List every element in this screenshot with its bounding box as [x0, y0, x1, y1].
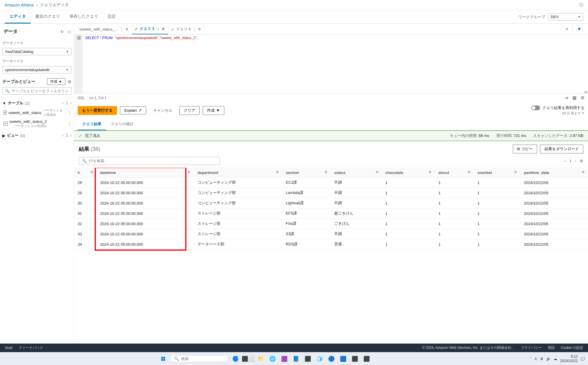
- col-idx[interactable]: #▽: [74, 168, 96, 178]
- clear-button[interactable]: クリア: [179, 106, 200, 115]
- feedback-link[interactable]: フィードバック: [19, 345, 43, 350]
- close-icon[interactable]: ✕: [162, 27, 165, 31]
- more-icon[interactable]: ⋮: [68, 122, 71, 126]
- tables-tree-header[interactable]: ▼ テーブル (2) ‹ 1 ›: [2, 99, 71, 107]
- start-button[interactable]: [159, 355, 167, 363]
- next-icon[interactable]: ›: [70, 133, 71, 138]
- expand-icon[interactable]: +: [4, 110, 6, 115]
- col-donut[interactable]: donut▽: [435, 168, 474, 178]
- gear-icon[interactable]: ⚙: [581, 95, 584, 101]
- more-icon[interactable]: ⋮: [68, 110, 71, 115]
- terms-link[interactable]: 用語: [548, 345, 555, 350]
- next-page-icon[interactable]: ›: [575, 159, 576, 163]
- download-button[interactable]: 結果をダウンロード: [540, 145, 583, 153]
- taskbar-edge-icon[interactable]: 🔵: [327, 354, 336, 364]
- prev-icon[interactable]: ‹: [62, 133, 64, 138]
- taskbar-app2-icon[interactable]: 🧊: [315, 354, 324, 364]
- tray-ime-icon[interactable]: A: [534, 357, 537, 361]
- table-item[interactable]: + sweets_with_status_2 パーティション化済み ⋮: [2, 118, 71, 129]
- query-tab-1[interactable]: sweets_with_status_... ⋮ ✕: [76, 25, 132, 34]
- taskbar-app3-icon[interactable]: ⬛: [350, 354, 360, 364]
- indent-icon[interactable]: ⇥: [564, 95, 568, 101]
- tray-chevron-icon[interactable]: ˄: [530, 357, 532, 361]
- filter-input[interactable]: 🔍: [2, 87, 71, 95]
- database-select[interactable]: spiceincrementalupdatedb ▼: [2, 66, 71, 73]
- results-tab[interactable]: クエリ結果: [78, 118, 106, 130]
- expand-icon[interactable]: +: [4, 122, 8, 126]
- gear-icon[interactable]: ⚙: [580, 159, 583, 163]
- tray-network-icon[interactable]: 🖥: [540, 357, 543, 361]
- query-tab-3[interactable]: ✓ クエリ 3 ⋮ ✕: [132, 24, 168, 34]
- filter-field[interactable]: [11, 89, 69, 93]
- taskbar-search[interactable]: 🔍 🟦: [170, 355, 228, 362]
- create-button[interactable]: 作成 ▼: [203, 106, 224, 115]
- cookie-link[interactable]: Cookie の設定: [561, 345, 583, 350]
- workgroup-select[interactable]: DEV ▼: [548, 13, 583, 21]
- table-row[interactable]: 282024-10-22 05:00:00.000コンピューティング部EC2課不…: [74, 178, 588, 188]
- col-chocolate[interactable]: chocolate▽: [382, 168, 435, 178]
- tray-volume-icon[interactable]: 🔊: [546, 357, 551, 361]
- resize-handle[interactable]: ◢: [584, 89, 587, 93]
- table-row[interactable]: 332024-10-22 05:00:00.000ストレージ部S3課不調1112…: [74, 229, 588, 239]
- table-row[interactable]: 342024-10-22 05:00:00.000データベース部RDS課普通11…: [74, 239, 588, 250]
- taskbar-github-icon[interactable]: ⬛: [362, 354, 371, 364]
- tab-settings[interactable]: 設定: [103, 10, 121, 24]
- taskbar-clock[interactable]: 6:12 2024/10/22: [560, 354, 578, 363]
- taskbar-vscode-icon[interactable]: 🟦: [338, 354, 348, 364]
- create-button[interactable]: 作成▼: [47, 78, 65, 85]
- taskbar-word-icon[interactable]: 📘: [291, 354, 301, 364]
- cancel-button[interactable]: キャンセル: [149, 106, 176, 115]
- table-row[interactable]: 292024-10-22 05:00:00.000コンピューティング部Lambd…: [74, 188, 588, 198]
- col-datetime[interactable]: datetime▼: [96, 168, 194, 178]
- close-icon[interactable]: ✕: [125, 27, 128, 31]
- tab-menu-icon[interactable]: ⋮: [156, 27, 160, 31]
- table-item[interactable]: + sweets_with_status パーティション化済み ⋮: [2, 107, 71, 118]
- edit-icon[interactable]: ✎: [582, 111, 584, 115]
- close-icon[interactable]: ✕: [198, 27, 201, 31]
- views-tree-header[interactable]: ▶ ビュー (0) ‹ 1 ›: [2, 132, 71, 139]
- privacy-link[interactable]: プライバシー: [521, 345, 542, 350]
- tab-dropdown-button[interactable]: ▼: [574, 25, 584, 34]
- add-tab-button[interactable]: +: [563, 25, 571, 34]
- run-button[interactable]: もう一度実行する: [78, 106, 117, 115]
- taskbar-task-view-icon[interactable]: ⬛⬜: [243, 354, 254, 364]
- tab-editor[interactable]: エディタ: [5, 10, 31, 24]
- table-row[interactable]: 322024-10-22 05:00:00.000ストレージ部FSx課ごきげん1…: [74, 219, 588, 229]
- col-section[interactable]: section▽: [282, 168, 331, 178]
- sql-code[interactable]: SELECT * FROM "spiceincrementalupdatedb"…: [83, 35, 200, 93]
- datasource-select[interactable]: AwsDataCatalog ▼: [2, 48, 71, 55]
- taskbar-terminal-icon[interactable]: ⬛: [303, 354, 313, 364]
- gear-icon[interactable]: ⚙: [68, 79, 71, 84]
- tab-saved[interactable]: 保存したクエリ: [65, 10, 103, 24]
- taskbar-explorer-icon[interactable]: 📁: [256, 354, 265, 364]
- info-icon[interactable]: ⓘ: [579, 2, 583, 8]
- reuse-toggle[interactable]: [531, 106, 540, 110]
- col-osenbei[interactable]: osenbei▽: [474, 168, 520, 178]
- tray-cloud-icon[interactable]: ☁: [554, 357, 557, 361]
- cloudshell-link[interactable]: Shell: [5, 346, 13, 350]
- breadcrumb-service[interactable]: Amazon Athena: [5, 3, 34, 7]
- code-editor[interactable]: 1 SELECT * FROM "spiceincrementalupdated…: [74, 35, 588, 93]
- next-icon[interactable]: ›: [70, 101, 71, 105]
- taskbar-copilot-icon[interactable]: 🌀: [231, 354, 240, 364]
- stats-tab[interactable]: クエリの統計: [106, 118, 138, 130]
- results-search-input[interactable]: [89, 159, 217, 163]
- col-department[interactable]: department▽: [194, 168, 282, 178]
- taskbar-search-input[interactable]: [181, 356, 230, 361]
- table-row[interactable]: 312024-10-22 05:00:00.000ストレージ部EFS課超ごきげん…: [74, 208, 588, 219]
- tab-menu-icon[interactable]: ⋮: [192, 27, 196, 31]
- results-search[interactable]: 🔍: [79, 157, 220, 165]
- refresh-icon[interactable]: ↻: [61, 29, 64, 34]
- tab-recent[interactable]: 最近のクエリ: [31, 10, 65, 24]
- layout-icon[interactable]: ▦: [572, 95, 577, 101]
- col-status[interactable]: status▽: [331, 168, 382, 178]
- prev-page-icon[interactable]: ‹: [564, 159, 566, 163]
- col-partition-date[interactable]: partition_date▽: [520, 168, 588, 178]
- explain-button[interactable]: Explain ↗: [120, 106, 146, 114]
- prev-icon[interactable]: ‹: [62, 101, 64, 105]
- taskbar-chrome-icon[interactable]: 🌐: [268, 354, 277, 364]
- copy-button[interactable]: ⧉ コピー: [513, 145, 537, 153]
- tray-notification-icon[interactable]: 💬: [581, 357, 585, 361]
- taskbar-app-icon[interactable]: 🟪: [280, 354, 289, 364]
- query-tab-4[interactable]: ✓ クエリ 4 ⋮ ✕: [168, 24, 205, 34]
